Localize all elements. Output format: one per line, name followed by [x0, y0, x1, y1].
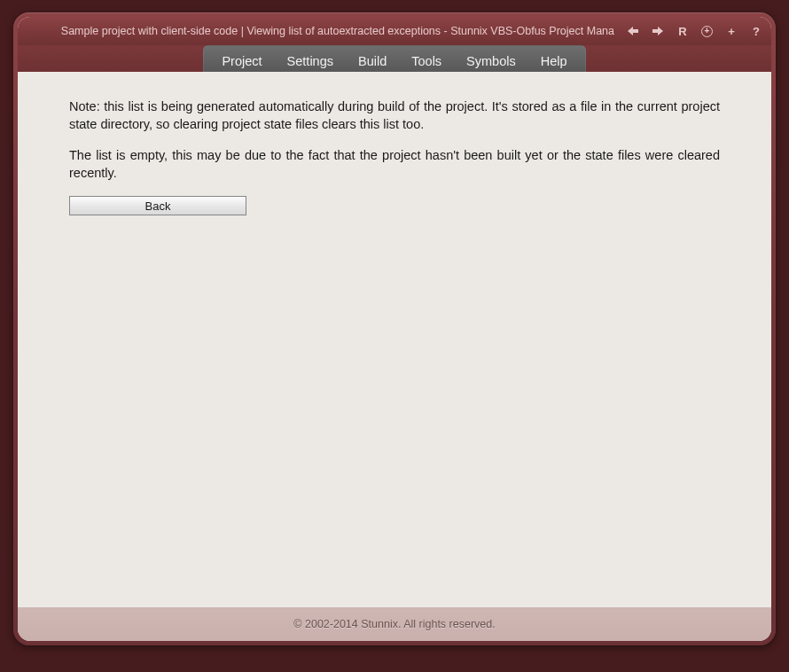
add-circle-icon[interactable]: + [701, 26, 713, 37]
note-paragraph-2: The list is empty, this may be due to th… [69, 147, 720, 182]
app-window-frame: Sample project with client-side code | V… [13, 12, 776, 645]
title-bar-toolbar: R + + ? [627, 25, 762, 37]
menu-item-settings[interactable]: Settings [275, 46, 346, 72]
back-arrow-icon[interactable] [627, 25, 639, 37]
plus-icon[interactable]: + [725, 25, 738, 37]
menu-bar: Project Settings Build Tools Symbols Hel… [18, 45, 771, 72]
content-area: Note: this list is being generated autom… [18, 72, 771, 607]
help-icon[interactable]: ? [750, 25, 762, 37]
menu-item-help[interactable]: Help [528, 46, 580, 72]
menu-item-build[interactable]: Build [346, 46, 399, 72]
menu-item-project[interactable]: Project [209, 46, 274, 72]
forward-arrow-icon[interactable] [652, 25, 664, 37]
back-button[interactable]: Back [69, 196, 246, 215]
note-paragraph-1: Note: this list is being generated autom… [69, 98, 720, 133]
title-bar: Sample project with client-side code | V… [18, 17, 771, 45]
reload-icon[interactable]: R [676, 25, 689, 37]
window-title: Sample project with client-side code | V… [30, 25, 618, 37]
footer-bar: © 2002-2014 Stunnix. All rights reserved… [18, 607, 771, 641]
menu-bar-inner: Project Settings Build Tools Symbols Hel… [203, 45, 585, 72]
copyright-text: © 2002-2014 Stunnix. All rights reserved… [293, 618, 495, 630]
menu-item-symbols[interactable]: Symbols [454, 46, 528, 72]
menu-item-tools[interactable]: Tools [399, 46, 454, 72]
app-window: Sample project with client-side code | V… [18, 17, 771, 641]
